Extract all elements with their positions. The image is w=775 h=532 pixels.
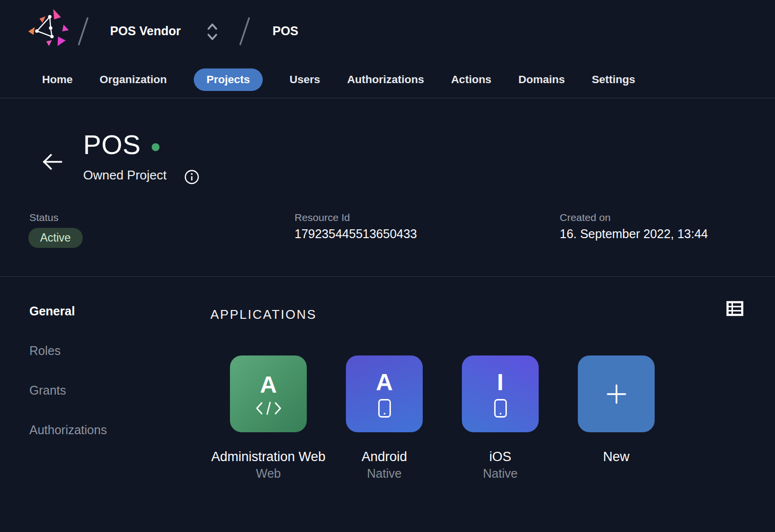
info-icon[interactable] (184, 169, 200, 185)
status-label: Status (29, 212, 59, 223)
breadcrumb-separator-icon (238, 16, 251, 47)
table-view-icon[interactable] (726, 300, 744, 317)
app-name: iOS (443, 449, 558, 465)
project-type-label: Owned Project (83, 168, 167, 183)
smartphone-icon (494, 399, 507, 418)
app-initial: A (260, 373, 277, 397)
app-type: Web (211, 466, 326, 481)
resource-id-label: Resource Id (295, 212, 350, 223)
app-name: Android (327, 449, 442, 465)
org-switcher-unfold-icon[interactable] (206, 22, 218, 41)
nav-domains[interactable]: Domains (518, 73, 565, 86)
breadcrumb-separator-icon (76, 16, 90, 47)
code-icon (255, 401, 282, 416)
breadcrumb-org[interactable]: POS Vendor (110, 24, 181, 38)
app-type: Native (327, 466, 442, 481)
nav-settings[interactable]: Settings (592, 73, 635, 86)
created-on-label: Created on (560, 212, 611, 223)
applications-heading: APPLICATIONS (210, 307, 317, 322)
app-initial: A (376, 370, 393, 395)
created-on-value: 16. September 2022, 13:44 (560, 227, 708, 241)
resource-id-value: 179235445513650433 (295, 227, 417, 241)
project-active-dot (152, 143, 160, 151)
app-initial: I (497, 370, 503, 395)
zitadel-console: POS Vendor POS Home Organization Project… (0, 0, 775, 532)
new-app-button[interactable]: New (578, 355, 655, 481)
logo-arrow (53, 9, 61, 20)
plus-icon (605, 382, 628, 406)
nav-organization[interactable]: Organization (100, 73, 167, 86)
app-tile (578, 355, 655, 432)
nav-users[interactable]: Users (290, 73, 320, 86)
nav-home[interactable]: Home (42, 73, 73, 86)
nav-projects[interactable]: Projects (194, 68, 263, 91)
app-name: Administration Web (211, 449, 326, 465)
sidebar-item-general[interactable]: General (29, 304, 75, 318)
sidebar-item-authorizations[interactable]: Authorizations (29, 423, 107, 437)
sidebar-item-roles[interactable]: Roles (29, 344, 61, 358)
nav-actions[interactable]: Actions (451, 73, 492, 86)
app-card-android[interactable]: A Android Native (346, 355, 423, 481)
zitadel-logo[interactable] (27, 6, 70, 52)
applications-grid: A Administration Web Web A (230, 355, 655, 481)
app-card-ios[interactable]: I iOS Native (462, 355, 539, 481)
nav-authorizations[interactable]: Authorizations (347, 73, 424, 86)
smartphone-icon (378, 399, 391, 418)
app-tile: A (346, 355, 423, 432)
header-divider (0, 98, 775, 98)
section-divider (0, 276, 775, 277)
app-type: Native (443, 466, 558, 481)
main-nav: Home Organization Projects Users Authori… (42, 65, 635, 94)
back-button[interactable] (40, 152, 64, 172)
status-badge: Active (28, 228, 83, 248)
page-title: POS (83, 129, 141, 160)
sidebar-item-grants[interactable]: Grants (29, 383, 66, 398)
app-tile: A (230, 355, 307, 432)
app-tile: I (462, 355, 539, 432)
app-card-administration-web[interactable]: A Administration Web Web (230, 355, 307, 481)
app-name: New (559, 449, 674, 465)
breadcrumb-project[interactable]: POS (273, 24, 298, 38)
